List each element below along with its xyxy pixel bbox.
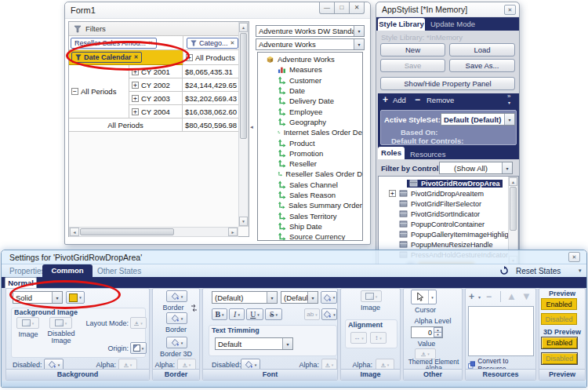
tree-item-dimension[interactable]: Sales Reason	[258, 190, 362, 200]
filter-funnel-icon[interactable]	[75, 54, 82, 60]
tab-properties[interactable]: Properties	[9, 267, 45, 275]
bold-button[interactable]: B▾	[212, 308, 227, 320]
pivot-value-cell[interactable]: $16,038,062.60	[183, 105, 239, 118]
field-chip-date-calendar[interactable]: Date Calendar ✕	[71, 52, 142, 63]
pivot-vertical-scrollbar[interactable]: ▲ ▼	[238, 22, 249, 227]
pivot-value-cell[interactable]: $24,144,429.65	[183, 78, 239, 92]
chevron-down-icon[interactable]: ▾	[504, 114, 514, 125]
add-resource-icon[interactable]: +	[469, 291, 474, 302]
role-item[interactable]: PivotGridFilterSelector	[379, 199, 518, 209]
close-button[interactable]: ✕	[349, 2, 365, 14]
tab-style-library[interactable]: Style Library	[378, 18, 425, 31]
chevron-down-icon[interactable]: ▾	[361, 336, 364, 341]
chevron-down-icon[interactable]: ▾	[238, 312, 240, 317]
cube-dropdown[interactable]: Adventure Works DW Standard ▾	[256, 25, 365, 37]
fill-color-picker[interactable]: ▾	[66, 291, 85, 304]
chevron-down-icon[interactable]: ▾	[428, 290, 436, 304]
filter-by-control-dropdown[interactable]: (Show All) ▾	[439, 162, 513, 174]
pivot-row-header-cell[interactable]: + CY 2003	[129, 92, 183, 105]
chevron-down-icon[interactable]: ▾	[142, 346, 144, 351]
chevron-down-icon[interactable]: ▾	[181, 316, 183, 321]
sync-borders-icon[interactable]	[191, 304, 198, 312]
remove-button[interactable]: Remove	[426, 96, 454, 104]
chevron-down-icon[interactable]: ▾	[427, 352, 430, 356]
role-item[interactable]: PivotGridSortIndicator	[379, 209, 518, 219]
font-color-button[interactable]: ▾	[321, 291, 337, 304]
scrollbar-thumb[interactable]	[240, 33, 247, 139]
refresh-icon[interactable]	[499, 266, 509, 275]
remove-field-icon[interactable]: ✕	[134, 54, 139, 60]
chevron-down-icon[interactable]: ▾	[332, 363, 334, 367]
tree-item-dimension[interactable]: Ship Date	[258, 221, 362, 231]
font-size-dropdown[interactable]: (Default) ▾	[281, 291, 318, 304]
tree-item-measures[interactable]: Measures	[258, 64, 362, 75]
chevron-down-icon[interactable]: ▾	[354, 39, 364, 49]
pivot-row-header-cell[interactable]: + CY 2004	[129, 105, 183, 118]
tree-item-cube[interactable]: Adventure Works	[258, 54, 362, 64]
chevron-down-icon[interactable]: ▾	[579, 268, 582, 274]
horizontal-alignment-button[interactable]: ↔▾	[350, 332, 367, 344]
scroll-right-icon[interactable]: ►	[228, 228, 238, 236]
pivot-total-row-header[interactable]: All Periods	[69, 118, 183, 132]
add-icon[interactable]: +	[383, 94, 388, 105]
role-item[interactable]: + PivotGridDropAreaItem	[379, 188, 518, 199]
role-item[interactable]: PopupControlContainer	[379, 219, 518, 229]
chevron-down-icon[interactable]: ▾	[58, 363, 60, 367]
active-styleset-dropdown[interactable]: Default (Default) ▾	[441, 113, 515, 126]
field-chip-category[interactable]: Catego... ✕	[187, 38, 238, 49]
tree-item-dimension[interactable]: Promotion	[258, 148, 362, 159]
role-item[interactable]: PopupMenuResizeHandle	[379, 239, 518, 250]
expand-icon[interactable]: +	[132, 82, 139, 89]
chevron-down-icon[interactable]: ▾	[65, 321, 67, 326]
chevron-down-icon[interactable]: ▾	[140, 321, 143, 326]
pivot-row-header-cell[interactable]: + CY 2002	[129, 78, 183, 92]
add-resource-dropdown-icon[interactable]: ▾	[478, 294, 481, 300]
remove-icon[interactable]: −	[415, 94, 420, 105]
scroll-left-icon[interactable]: ◄	[70, 228, 79, 236]
chevron-down-icon[interactable]: ▾	[189, 363, 191, 367]
tree-item-dimension[interactable]: Product	[258, 137, 362, 148]
chevron-down-icon[interactable]: ▾	[181, 341, 183, 345]
scrollbar-thumb[interactable]	[80, 228, 174, 235]
show-hide-property-panel-button[interactable]: Show/Hide Property Panel	[380, 77, 515, 90]
layout-mode-button[interactable]: ▲▾	[130, 317, 147, 329]
italic-button[interactable]: I▾	[229, 308, 245, 320]
underline-button[interactable]: U▾	[246, 308, 263, 320]
chevron-down-icon[interactable]: ▾	[315, 312, 318, 317]
scroll-up-icon[interactable]: ▲	[509, 177, 517, 186]
tab-roles[interactable]: Roles	[378, 147, 405, 159]
chevron-down-icon[interactable]: ▾	[255, 363, 257, 367]
tree-item-dimension[interactable]: Date	[258, 86, 362, 96]
chevron-down-icon[interactable]: ▾	[387, 363, 390, 367]
chevron-down-icon[interactable]: ▾	[376, 294, 378, 299]
scrollbar-thumb[interactable]	[510, 187, 517, 231]
close-button[interactable]: ✕	[568, 252, 580, 262]
spin-down-icon[interactable]: ▼	[434, 332, 442, 337]
role-item-selected[interactable]: PivotGridRowDropArea	[379, 178, 518, 188]
border-3d-color-button[interactable]: ▾	[166, 337, 187, 348]
image-button[interactable]: ▾	[16, 317, 39, 329]
chevron-down-icon[interactable]: ▾	[181, 294, 183, 299]
remove-resource-icon[interactable]: −	[486, 291, 492, 302]
scroll-up-icon[interactable]: ▲	[239, 23, 248, 32]
pivot-horizontal-scrollbar[interactable]: ◄ ►	[69, 227, 238, 237]
tab-common-states[interactable]: Common States	[42, 264, 93, 277]
chevron-down-icon[interactable]: ▾	[257, 312, 260, 317]
fill-style-dropdown[interactable]: Solid ▾	[13, 291, 63, 304]
collapse-icon[interactable]: −	[71, 88, 78, 95]
pivot-row-drop-area[interactable]: Date Calendar ✕	[69, 50, 183, 65]
chevron-down-icon[interactable]: ▾	[333, 312, 336, 317]
tab-other-states[interactable]: Other States	[97, 267, 141, 275]
tree-item-dimension[interactable]: Employee	[258, 106, 362, 116]
pivot-value-cell[interactable]: $32,202,669.43	[183, 92, 239, 105]
pivot-data-header-area[interactable]: Reseller Sales Amou... ✕	[69, 36, 183, 50]
move-up-icon[interactable]: ▲	[506, 290, 517, 302]
scroll-down-icon[interactable]: ▼	[239, 217, 248, 226]
field-chip-reseller-sales-amount[interactable]: Reseller Sales Amou... ✕	[71, 38, 157, 49]
expand-icon[interactable]: +	[389, 190, 396, 197]
pivot-filter-header-area[interactable]: Filters	[69, 22, 239, 36]
tree-item-dimension[interactable]: Reseller	[258, 159, 362, 169]
expand-icon[interactable]: +	[132, 108, 139, 115]
resources-listbox[interactable]	[468, 306, 534, 356]
appstylist-titlebar[interactable]: AppStylist [*In Memory]	[376, 2, 519, 17]
